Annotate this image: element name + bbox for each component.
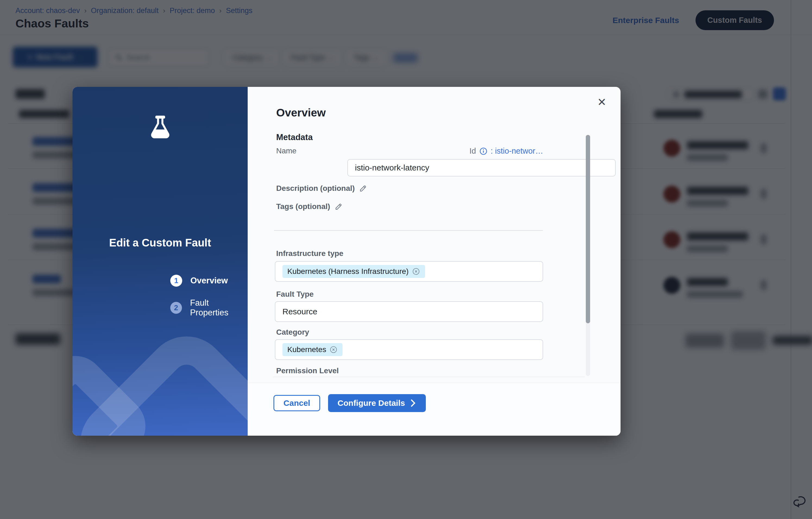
chip-remove-icon[interactable]	[412, 267, 420, 276]
fault-type-field[interactable]: Resource	[275, 301, 543, 322]
info-icon[interactable]	[479, 147, 488, 155]
edit-custom-fault-modal: Edit a Custom Fault 1 Overview 2 Fault P…	[72, 87, 620, 436]
name-input[interactable]	[347, 159, 616, 177]
description-label: Description (optional)	[276, 184, 355, 193]
id-label: Id	[469, 147, 476, 156]
edit-pencil-icon[interactable]	[359, 184, 367, 192]
infrastructure-type-label: Infrastructure type	[276, 249, 343, 258]
modal-left-panel: Edit a Custom Fault 1 Overview 2 Fault P…	[72, 87, 248, 436]
category-label: Category	[276, 328, 309, 337]
cancel-button[interactable]: Cancel	[273, 395, 320, 411]
step-number-badge: 1	[170, 275, 182, 287]
infrastructure-type-field[interactable]: Kubernetes (Harness Infrastructure)	[275, 261, 543, 282]
tags-label: Tags (optional)	[276, 202, 330, 211]
modal-scrollbar[interactable]	[586, 135, 590, 376]
flask-icon	[147, 114, 173, 142]
step-number-badge: 2	[170, 302, 182, 314]
modal-title: Overview	[276, 106, 326, 119]
scrollbar-thumb[interactable]	[586, 135, 590, 323]
metadata-heading: Metadata	[276, 132, 313, 142]
modal-left-title: Edit a Custom Fault	[72, 237, 248, 249]
category-field[interactable]: Kubernetes	[275, 339, 543, 360]
infrastructure-chip[interactable]: Kubernetes (Harness Infrastructure)	[283, 265, 425, 278]
edit-pencil-icon[interactable]	[335, 203, 343, 211]
configure-details-button[interactable]: Configure Details	[328, 394, 426, 412]
chip-remove-icon[interactable]	[329, 345, 338, 354]
screen: Account: chaos-dev › Organization: defau…	[0, 0, 812, 519]
fault-type-label: Fault Type	[276, 290, 314, 299]
id-value-link[interactable]: : istio-networ…	[491, 147, 543, 156]
close-icon[interactable]: ✕	[595, 96, 608, 109]
category-chip[interactable]: Kubernetes	[283, 343, 343, 356]
permission-level-label: Permission Level	[276, 366, 339, 375]
wizard-step-fault-properties[interactable]: 2 Fault Properties	[170, 298, 248, 317]
wizard-step-overview[interactable]: 1 Overview	[170, 275, 228, 287]
name-label: Name	[276, 147, 296, 155]
chevron-right-icon	[410, 399, 416, 407]
